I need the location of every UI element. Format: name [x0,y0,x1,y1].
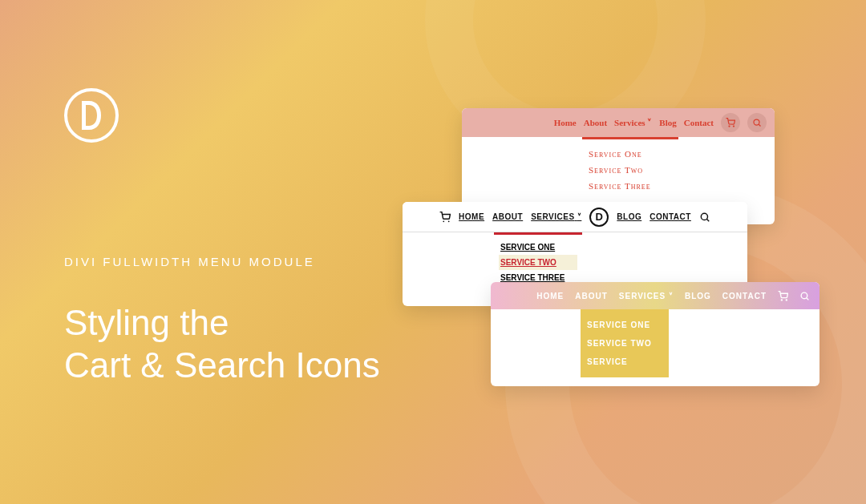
nav-item-services[interactable]: SERVICES ˅ [531,212,581,221]
nav-item-contact[interactable]: CONTACT [650,212,691,221]
nav-item-about[interactable]: About [584,118,607,127]
nav-item-home[interactable]: HOME [459,212,484,221]
cart-icon[interactable] [721,113,740,132]
svg-point-2 [754,119,759,125]
svg-point-9 [786,299,787,300]
svg-point-1 [734,126,734,127]
divi-logo [64,88,119,143]
svg-line-7 [706,219,709,221]
svg-point-5 [448,220,450,222]
nav-item-blog[interactable]: Blog [659,118,676,127]
nav-item-blog[interactable]: BLOG [685,292,711,300]
svg-point-6 [701,213,707,220]
dropdown-1: Service One Service Two Service Three [582,137,678,200]
dropdown-item[interactable]: Service Two [589,162,672,178]
nav-item-about[interactable]: ABOUT [492,212,523,221]
svg-line-3 [759,124,761,127]
dropdown-item[interactable]: SERVICE ONE [499,240,577,255]
nav-item-blog[interactable]: BLOG [617,212,641,221]
chevron-down-icon: ˅ [647,118,652,127]
dropdown-3: SERVICE ONE SERVICE TWO SERVICE [581,309,669,377]
dropdown-item-hover[interactable]: SERVICE TWO [499,255,577,270]
search-icon[interactable] [747,113,767,132]
navbar-3: HOME ABOUT SERVICES ˅ BLOG CONTACT [491,282,819,309]
svg-line-11 [807,297,809,300]
nav-item-services[interactable]: Services ˅ [614,118,652,128]
nav-item-services[interactable]: SERVICES ˅ [619,292,674,300]
chevron-down-icon: ˅ [577,212,582,221]
eyebrow-text: DIVI FULLWIDTH MENU MODULE [64,255,380,268]
nav-item-home[interactable]: Home [554,118,577,127]
cart-icon[interactable] [778,291,788,301]
svg-point-8 [781,299,782,300]
nav-item-about[interactable]: ABOUT [575,292,608,300]
svg-point-10 [801,292,807,299]
dropdown-item[interactable]: Service One [589,146,672,162]
chevron-down-icon: ˅ [669,292,674,300]
dropdown-item[interactable]: SERVICE ONE [587,316,662,334]
search-icon[interactable] [799,291,810,301]
nav-item-contact[interactable]: CONTACT [722,292,767,300]
text-content: DIVI FULLWIDTH MENU MODULE Styling the C… [64,255,380,387]
dropdown-item[interactable]: SERVICE [587,353,662,371]
navbar-2: HOME ABOUT SERVICES ˅ D BLOG CONTACT [403,202,747,232]
menu-mockup-3: HOME ABOUT SERVICES ˅ BLOG CONTACT SERVI… [491,282,819,386]
svg-point-0 [729,126,730,127]
divi-logo-small: D [589,208,609,227]
cart-icon[interactable] [439,212,451,223]
dropdown-item[interactable]: Service Three [589,178,672,194]
svg-point-4 [443,220,444,222]
search-icon[interactable] [699,212,710,223]
dropdown-item[interactable]: SERVICE TWO [587,334,662,353]
nav-item-contact[interactable]: Contact [684,118,714,127]
headline: Styling the Cart & Search Icons [64,302,380,387]
nav-item-home[interactable]: HOME [536,292,564,300]
navbar-1: Home About Services ˅ Blog Contact [462,108,775,137]
